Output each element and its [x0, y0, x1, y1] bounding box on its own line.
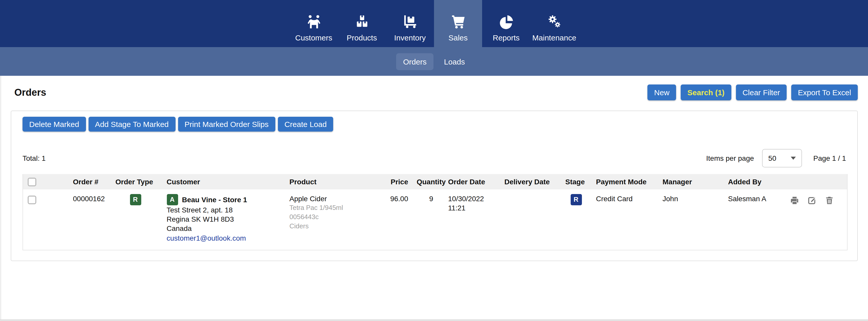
- subnav-tab-orders[interactable]: Orders: [396, 53, 434, 70]
- col-manager: Manager: [662, 174, 728, 189]
- quantity-cell: 9: [414, 189, 448, 250]
- table-header-row: Order # Order Type Customer Product Pric…: [23, 174, 847, 189]
- nav-tab-label: Inventory: [394, 33, 426, 42]
- create-load-button[interactable]: Create Load: [278, 117, 334, 132]
- col-payment-mode: Payment Mode: [596, 174, 662, 189]
- table-row: 00000162 R A Beau Vine - Store 1 Test St…: [23, 189, 847, 250]
- clear-filter-button[interactable]: Clear Filter: [736, 85, 786, 100]
- delete-marked-button[interactable]: Delete Marked: [23, 117, 86, 132]
- sub-navigation: Orders Loads: [0, 47, 868, 76]
- list-meta: Total: 1 Items per page 50 Page 1 / 1: [23, 149, 846, 167]
- col-price: Price: [388, 174, 414, 189]
- added-by-cell: Salesman A: [728, 189, 785, 250]
- product-cell: Apple Cider Tetra Pac 1/945ml 0056443c C…: [289, 189, 388, 250]
- nav-tab-sales[interactable]: Sales: [434, 0, 482, 47]
- sales-icon: [450, 14, 466, 30]
- row-actions-cell: [785, 189, 847, 250]
- customer-address-line: Regina SK W1H 8D3: [166, 214, 289, 224]
- customer-email-link[interactable]: customer1@outlook.com: [166, 233, 289, 243]
- page-title: Orders: [14, 87, 46, 98]
- customer-badge: A: [166, 194, 178, 205]
- order-time: 11:21: [448, 203, 504, 212]
- new-button[interactable]: New: [647, 85, 676, 100]
- nav-tab-label: Products: [347, 33, 377, 42]
- product-name: Apple Cider: [289, 194, 388, 203]
- pagination: Items per page 50 Page 1 / 1: [706, 149, 846, 167]
- price-cell: 96.00: [388, 189, 414, 250]
- window-left-edge: [1, 76, 1, 321]
- products-icon: [354, 14, 370, 30]
- col-delivery-date: Delivery Date: [504, 174, 565, 189]
- col-actions: [785, 174, 847, 189]
- page-indicator: Page 1 / 1: [813, 154, 846, 162]
- product-code: 0056443c: [289, 212, 388, 222]
- row-checkbox[interactable]: [28, 196, 36, 204]
- page-header: Orders New Search (1) Clear Filter Expor…: [14, 85, 858, 100]
- product-package: Tetra Pac 1/945ml: [289, 203, 388, 212]
- window-bottom-edge: [0, 319, 868, 321]
- top-navigation: Customers Products: [0, 0, 868, 47]
- product-category: Ciders: [289, 222, 388, 231]
- col-added-by: Added By: [728, 174, 785, 189]
- delivery-date-cell: [504, 189, 565, 250]
- chevron-down-icon: [791, 157, 796, 160]
- orders-table: Order # Order Type Customer Product Pric…: [23, 174, 847, 250]
- nav-tab-customers[interactable]: Customers: [290, 0, 338, 47]
- print-marked-order-slips-button[interactable]: Print Marked Order Slips: [178, 117, 275, 132]
- bulk-actions: Delete Marked Add Stage To Marked Print …: [23, 117, 846, 132]
- stage-cell: R: [565, 189, 596, 250]
- nav-tab-inventory[interactable]: Inventory: [386, 0, 434, 47]
- col-order-date: Order Date: [448, 174, 504, 189]
- col-product: Product: [289, 174, 388, 189]
- order-type-cell: R: [116, 189, 166, 250]
- nav-tab-label: Customers: [295, 33, 332, 42]
- nav-tab-maintenance[interactable]: Maintenance: [530, 0, 578, 47]
- customer-address-line: Test Street 2, apt. 18: [166, 205, 289, 214]
- reports-icon: [498, 14, 514, 30]
- customer-address-line: Canada: [166, 224, 289, 233]
- order-date-cell: 10/30/2022 11:21: [448, 189, 504, 250]
- customer-cell: A Beau Vine - Store 1 Test Street 2, apt…: [166, 189, 289, 250]
- nav-tab-reports[interactable]: Reports: [482, 0, 530, 47]
- inventory-icon: [402, 14, 418, 30]
- nav-tab-label: Reports: [493, 33, 520, 42]
- col-stage: Stage: [565, 174, 596, 189]
- manager-cell: John: [662, 189, 728, 250]
- customer-name: Beau Vine - Store 1: [182, 195, 247, 204]
- order-number-cell: 00000162: [52, 189, 116, 250]
- total-count: Total: 1: [23, 154, 45, 162]
- nav-tab-products[interactable]: Products: [338, 0, 386, 47]
- payment-mode-cell: Credit Card: [596, 189, 662, 250]
- subnav-tab-loads[interactable]: Loads: [437, 53, 472, 70]
- maintenance-icon: [546, 14, 562, 30]
- export-to-excel-button[interactable]: Export To Excel: [791, 85, 858, 100]
- select-all-checkbox[interactable]: [28, 177, 36, 186]
- toolbar: New Search (1) Clear Filter Export To Ex…: [647, 85, 858, 100]
- col-order-number: Order #: [52, 174, 116, 189]
- orders-panel: Delete Marked Add Stage To Marked Print …: [11, 111, 858, 261]
- add-stage-to-marked-button[interactable]: Add Stage To Marked: [88, 117, 175, 132]
- items-per-page-label: Items per page: [706, 154, 754, 162]
- edit-icon[interactable]: [807, 196, 816, 207]
- items-per-page-value: 50: [768, 154, 776, 162]
- order-type-badge: R: [130, 194, 141, 205]
- nav-tab-label: Sales: [448, 33, 467, 42]
- search-button[interactable]: Search (1): [681, 85, 731, 100]
- app-screen: Customers Products: [0, 0, 868, 321]
- col-quantity: Quantity: [414, 174, 448, 189]
- delete-icon[interactable]: [824, 196, 834, 207]
- print-icon[interactable]: [789, 196, 799, 207]
- order-date: 10/30/2022: [448, 194, 504, 203]
- nav-tab-label: Maintenance: [532, 33, 576, 42]
- customers-icon: [306, 14, 322, 30]
- stage-badge: R: [570, 194, 582, 205]
- items-per-page-select[interactable]: 50: [762, 149, 802, 167]
- col-customer: Customer: [166, 174, 289, 189]
- col-order-type: Order Type: [116, 174, 166, 189]
